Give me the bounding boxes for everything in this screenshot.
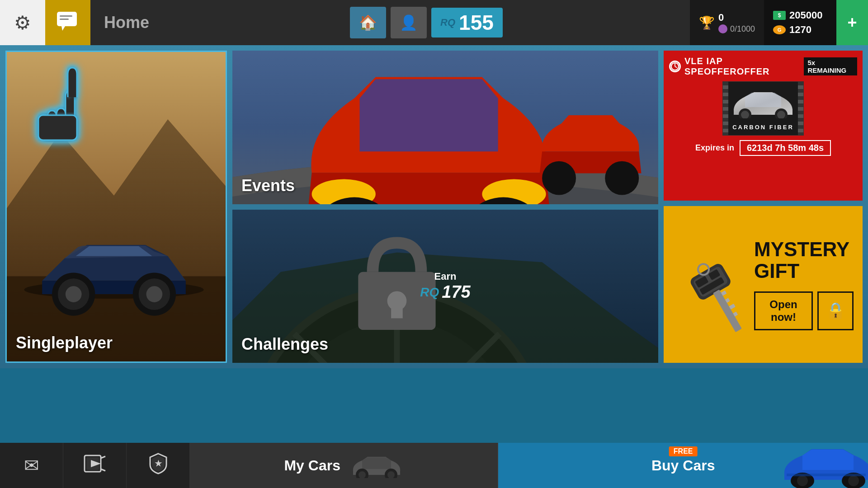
key-icon <box>673 244 754 334</box>
svg-point-14 <box>66 286 82 302</box>
chat-button[interactable] <box>45 0 90 45</box>
carbon-fiber-panel[interactable]: VLE IAP SPEOFFEROFFER 5x REMAINING <box>664 51 863 201</box>
rq-label: RQ <box>440 17 455 28</box>
svg-text:★: ★ <box>155 459 162 468</box>
exp-text: 0/1000 <box>730 24 755 34</box>
profile-icon: 👤 <box>400 14 418 31</box>
mystery-right: MYSTERY GIFT Open now! 🔒 <box>754 239 854 330</box>
free-badge: FREE <box>669 446 698 456</box>
svg-rect-18 <box>38 115 77 140</box>
svg-rect-2 <box>60 15 72 17</box>
video-button[interactable] <box>63 443 127 488</box>
cf-title-row: VLE IAP SPEOFFEROFFER <box>669 56 804 77</box>
rq-value: 155 <box>459 10 494 35</box>
events-panel[interactable]: Events <box>232 51 658 204</box>
trophy-count: 0 <box>718 12 755 23</box>
open-now-button[interactable]: Open now! <box>754 291 813 330</box>
singleplayer-label: Singleplayer <box>16 333 113 352</box>
svg-point-71 <box>848 475 859 486</box>
mystery-gift-panel[interactable]: MYSTERY GIFT Open now! 🔒 <box>664 206 863 363</box>
svg-point-26 <box>542 161 576 195</box>
gold-row: G 1270 <box>773 24 827 36</box>
currency-section: $ 205000 G 1270 <box>764 0 836 45</box>
lock-icon: 🔒 <box>826 301 846 320</box>
cash-amount: 205000 <box>789 9 822 21</box>
svg-point-27 <box>605 161 639 195</box>
trophy-icon: 🏆 <box>699 15 715 30</box>
cash-row: $ 205000 <box>773 9 827 21</box>
singleplayer-panel[interactable]: Singleplayer <box>5 51 227 363</box>
events-visual <box>232 51 658 204</box>
cf-card-label: CARBON FIBER <box>732 124 794 131</box>
svg-rect-39 <box>391 300 403 318</box>
gold-icon: G <box>773 25 786 34</box>
trophy-stats: 0 0/1000 <box>718 12 755 34</box>
my-cars-button[interactable]: My Cars <box>190 443 498 488</box>
challenges-rq-value: 175 <box>442 282 470 302</box>
key-area <box>673 244 745 325</box>
trophy-section: 🏆 0 0/1000 <box>690 0 764 45</box>
svg-point-69 <box>797 475 808 486</box>
hand-cursor-icon <box>29 61 102 152</box>
header-nav: 🏠 👤 RQ 155 <box>163 7 690 38</box>
expires-label: Expires in <box>695 143 734 153</box>
svg-rect-3 <box>60 19 69 20</box>
buy-cars-button[interactable]: FREE Buy Cars <box>498 443 868 488</box>
expires-timer: 6213d 7h 58m 48s <box>740 140 831 156</box>
svg-text:G: G <box>778 27 782 33</box>
challenges-panel[interactable]: Earn RQ 175 Challenges <box>232 210 658 363</box>
cf-expires-row: Expires in 6213d 7h 58m 48s <box>669 140 857 156</box>
challenges-label: Challenges <box>241 335 328 354</box>
my-cars-label: My Cars <box>284 457 340 474</box>
mail-button[interactable]: ✉ <box>0 443 63 488</box>
earn-label: Earn <box>420 271 470 282</box>
my-cars-car-icon <box>349 453 404 478</box>
card-stripe-left <box>723 82 728 135</box>
svg-line-62 <box>101 469 105 471</box>
mail-icon: ✉ <box>24 455 39 476</box>
cf-offer-title: VLE IAP SPEOFFEROFFER <box>684 56 804 77</box>
section-title: Home <box>90 13 163 32</box>
nav-home-button[interactable]: 🏠 <box>350 7 386 38</box>
buy-cars-car-icon <box>778 443 868 488</box>
mystery-actions: Open now! 🔒 <box>754 291 854 330</box>
card-stripe-right <box>798 82 803 135</box>
svg-rect-72 <box>787 474 866 476</box>
cf-car-graphic <box>729 87 797 118</box>
svg-marker-1 <box>61 26 65 31</box>
nav-profile-button[interactable]: 👤 <box>391 7 427 38</box>
home-icon: 🏠 <box>359 14 377 31</box>
challenges-rq-label: RQ <box>420 285 439 299</box>
svg-rect-52 <box>713 290 742 333</box>
cf-card-visual: CARBON FIBER <box>722 81 804 136</box>
exp-bar: 0/1000 <box>718 24 755 34</box>
header-right: 🏆 0 0/1000 $ 205000 <box>690 0 868 45</box>
challenges-rq-display: Earn RQ 175 <box>420 271 470 302</box>
bottom-bar: ✉ ★ My Cars <box>0 443 868 488</box>
svg-line-61 <box>101 456 105 458</box>
mystery-gift-title: MYSTERY GIFT <box>754 239 849 282</box>
settings-button[interactable]: ⚙ <box>0 0 45 45</box>
gold-amount: 1270 <box>789 24 811 36</box>
shield-icon: ★ <box>148 453 168 479</box>
right-panels: VLE IAP SPEOFFEROFFER 5x REMAINING <box>664 51 863 363</box>
main-content: Singleplayer <box>0 45 868 368</box>
center-panels: Events <box>232 51 658 363</box>
chat-icon <box>56 11 80 35</box>
header-left: ⚙ Home <box>0 0 163 45</box>
svg-text:$: $ <box>778 12 781 19</box>
shield-button[interactable]: ★ <box>127 443 190 488</box>
buy-cars-label: Buy Cars <box>651 457 715 474</box>
lock-button[interactable]: 🔒 <box>817 291 854 330</box>
add-currency-button[interactable]: + <box>836 0 868 45</box>
svg-point-17 <box>146 286 163 302</box>
rq-display: RQ 155 <box>431 8 503 38</box>
events-label: Events <box>241 176 295 195</box>
remaining-badge: 5x REMAINING <box>804 57 857 75</box>
video-icon <box>84 455 106 477</box>
header: ⚙ Home 🏠 👤 RQ 155 <box>0 0 868 45</box>
exp-icon <box>718 24 727 33</box>
gear-icon: ⚙ <box>14 12 31 34</box>
cf-header: VLE IAP SPEOFFEROFFER 5x REMAINING <box>669 56 857 77</box>
cash-icon: $ <box>773 11 786 20</box>
